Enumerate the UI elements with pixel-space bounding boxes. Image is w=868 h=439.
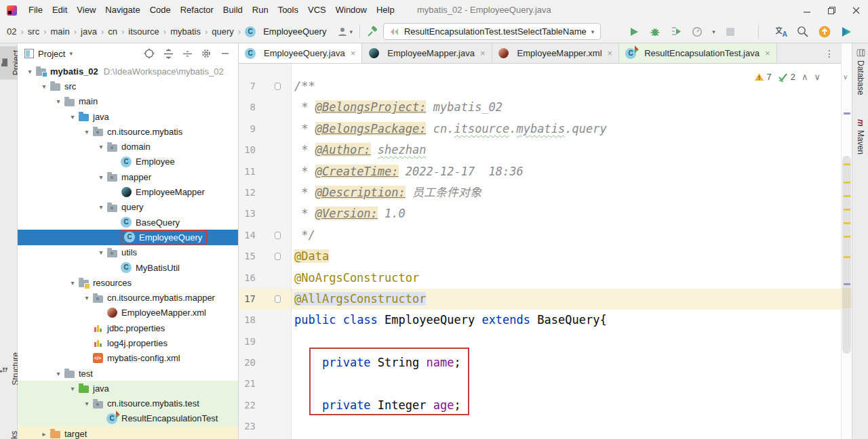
profiler-button[interactable] bbox=[691, 26, 703, 38]
tree-chevron-icon[interactable]: ▾ bbox=[96, 249, 106, 256]
tree-chevron-icon[interactable]: ▾ bbox=[96, 203, 106, 211]
code-area[interactable]: /** * @BelongsProject: mybatis_02 * @Bel… bbox=[292, 64, 841, 439]
breadcrumb-item-main[interactable]: main bbox=[51, 26, 70, 37]
tree-item-employeequery[interactable]: EmployeeQuery bbox=[18, 230, 238, 245]
breadcrumb-item-src[interactable]: src bbox=[28, 26, 39, 37]
mark-gutter-icon[interactable] bbox=[275, 232, 281, 239]
menu-window[interactable]: Window bbox=[331, 0, 372, 20]
tree-chevron-icon[interactable]: ▾ bbox=[53, 370, 64, 377]
tree-item-mybatis-config-xml[interactable]: mybatis-config.xml bbox=[18, 351, 238, 366]
menu-refactor[interactable]: Refactor bbox=[176, 0, 218, 20]
tree-item-employee[interactable]: Employee bbox=[18, 154, 238, 169]
hide-panel-button[interactable] bbox=[218, 46, 233, 61]
update-notification-icon[interactable] bbox=[818, 26, 831, 38]
breadcrumb-item-02[interactable]: 02 bbox=[7, 26, 16, 37]
translate-icon[interactable]: A bbox=[775, 26, 787, 38]
minimize-button[interactable] bbox=[795, 0, 819, 20]
tree-chevron-icon[interactable]: ▾ bbox=[96, 173, 106, 181]
close-button[interactable] bbox=[844, 0, 868, 20]
tab-close-icon[interactable]: × bbox=[351, 48, 356, 58]
build-hammer-button[interactable] bbox=[367, 26, 379, 38]
tree-item-employeemapper[interactable]: EmployeeMapper bbox=[18, 184, 238, 199]
tree-item-src[interactable]: ▾src bbox=[18, 79, 238, 93]
next-issue-chevron[interactable]: ∨ bbox=[814, 72, 821, 82]
mark-gutter-icon[interactable] bbox=[275, 295, 281, 303]
tree-item-cn-itsource-mybatis[interactable]: ▾cn.itsource.mybatis bbox=[18, 124, 238, 139]
tree-chevron-icon[interactable]: ▾ bbox=[81, 400, 92, 407]
tree-item-domain[interactable]: ▾domain bbox=[18, 139, 238, 154]
scrollbar-thumb[interactable] bbox=[842, 156, 851, 354]
tree-item-basequery[interactable]: BaseQuery bbox=[18, 215, 238, 230]
warnings-indicator[interactable]: 7 bbox=[754, 72, 772, 82]
editor-error-stripe[interactable]: ∨ bbox=[841, 43, 852, 439]
menu-tools[interactable]: Tools bbox=[273, 0, 303, 20]
maximize-button[interactable] bbox=[819, 0, 844, 20]
run-configuration-select[interactable]: ResultEncapsulationTest.testSelectTableN… bbox=[383, 23, 601, 40]
tree-chevron-icon[interactable]: ▾ bbox=[96, 143, 106, 150]
debug-button[interactable] bbox=[649, 26, 661, 38]
tree-item-query[interactable]: ▾query bbox=[18, 200, 238, 215]
editor-tab-employeemapper-java[interactable]: EmployeeMapper.java× bbox=[362, 43, 492, 63]
breadcrumb-item-query[interactable]: query bbox=[212, 26, 234, 37]
mark-gutter-icon[interactable] bbox=[275, 253, 281, 260]
breadcrumb-item-itsource[interactable]: itsource bbox=[128, 26, 159, 37]
toolwindow-tab-maven[interactable]: m Maven bbox=[852, 117, 868, 157]
tree-chevron-icon[interactable]: ▾ bbox=[53, 98, 64, 105]
menu-run[interactable]: Run bbox=[248, 0, 273, 20]
menu-navigate[interactable]: Navigate bbox=[100, 0, 144, 20]
tree-item-resources[interactable]: ▾resources bbox=[18, 275, 238, 290]
tree-item-resultencapsulationtest[interactable]: ResultEncapsulationTest bbox=[18, 411, 238, 426]
tree-item-mybatisutil[interactable]: MyBatisUtil bbox=[18, 260, 238, 275]
prev-issue-chevron[interactable]: ∧ bbox=[802, 72, 808, 82]
menu-code[interactable]: Code bbox=[145, 0, 176, 20]
tree-item-mybatis-02[interactable]: ▾mybatis_02D:\IdeaWorkspace\mybatis_02 bbox=[18, 64, 238, 79]
chevron-down-icon[interactable]: ▾ bbox=[69, 50, 73, 57]
project-panel-title[interactable]: Project bbox=[38, 49, 65, 59]
tree-item-cn-itsource-mybatis-test[interactable]: ▾cn.itsource.mybatis.test bbox=[18, 396, 238, 411]
tree-chevron-icon[interactable]: ▾ bbox=[67, 113, 78, 121]
toolwindow-tab-database[interactable]: Database bbox=[852, 46, 868, 98]
tree-item-java[interactable]: ▾java bbox=[18, 109, 238, 124]
tree-chevron-icon[interactable]: ▾ bbox=[24, 68, 35, 75]
chevron-down-icon[interactable]: ▾ bbox=[712, 28, 715, 35]
locate-file-button[interactable] bbox=[142, 46, 157, 61]
editor-tab-employeequery-java[interactable]: EmployeeQuery.java× bbox=[239, 43, 362, 63]
tree-item-main[interactable]: ▾main bbox=[18, 94, 238, 109]
tab-close-icon[interactable]: × bbox=[608, 48, 613, 58]
tab-bar-more-icon[interactable]: ⋮ bbox=[818, 43, 841, 63]
tab-close-icon[interactable]: × bbox=[480, 48, 486, 58]
menu-vcs[interactable]: VCS bbox=[303, 0, 331, 20]
run-with-coverage-button[interactable] bbox=[670, 26, 682, 38]
editor-tab-employeemapper-xml[interactable]: EmployeeMapper.xml× bbox=[492, 43, 620, 63]
tree-item-utils[interactable]: ▾utils bbox=[18, 245, 238, 260]
menu-view[interactable]: View bbox=[72, 0, 100, 20]
tree-item-employeemapper-xml[interactable]: EmployeeMapper.xml bbox=[18, 306, 238, 320]
expand-all-button[interactable] bbox=[161, 46, 176, 61]
tree-item-log4j-properties[interactable]: log4j.properties bbox=[18, 335, 238, 350]
tree-chevron-icon[interactable]: ▾ bbox=[81, 128, 92, 135]
menu-build[interactable]: Build bbox=[218, 0, 248, 20]
tree-chevron-icon[interactable]: ▾ bbox=[67, 385, 78, 392]
tab-close-icon[interactable]: × bbox=[765, 48, 770, 58]
menu-edit[interactable]: Edit bbox=[47, 0, 72, 20]
tree-item-target[interactable]: ▸target bbox=[18, 426, 238, 439]
breadcrumb-item-java[interactable]: java bbox=[81, 26, 97, 37]
menu-file[interactable]: File bbox=[24, 0, 47, 20]
editor-tab-resultencapsulationtest-java[interactable]: ResultEncapsulationTest.java× bbox=[619, 43, 776, 63]
stop-button[interactable] bbox=[724, 26, 736, 38]
menu-help[interactable]: Help bbox=[372, 0, 399, 20]
tree-item-java[interactable]: ▾java bbox=[18, 381, 238, 396]
tree-item-test[interactable]: ▾test bbox=[18, 366, 238, 381]
tree-item-mapper[interactable]: ▾mapper bbox=[18, 169, 238, 184]
search-icon[interactable] bbox=[797, 26, 809, 38]
inspections-widget[interactable]: 7 2 ∧ ∨ bbox=[751, 70, 824, 83]
settings-gear-icon[interactable] bbox=[199, 46, 214, 61]
fold-gutter-icon[interactable] bbox=[275, 83, 281, 90]
toolwindow-tab-structure[interactable]: Structure bbox=[0, 348, 18, 390]
breadcrumb-item-mybatis[interactable]: mybatis bbox=[170, 26, 201, 37]
collapse-all-button[interactable] bbox=[180, 46, 195, 61]
tree-chevron-icon[interactable]: ▾ bbox=[67, 279, 78, 287]
tree-chevron-icon[interactable]: ▸ bbox=[39, 430, 50, 438]
toolwindow-tab-bookmarks[interactable]: Bookmarks bbox=[0, 427, 18, 439]
tree-chevron-icon[interactable]: ▾ bbox=[39, 83, 50, 90]
